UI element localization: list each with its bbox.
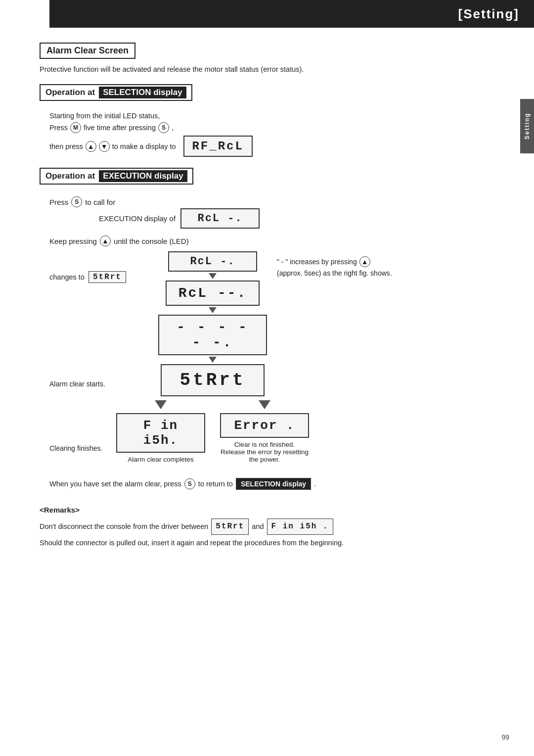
execution-heading: Operation at EXECUTION display — [40, 168, 193, 185]
s-return-btn: S — [184, 478, 195, 489]
up-button-keep: ▲ — [100, 236, 111, 246]
selection-line1: Starting from the initial LED status, — [49, 112, 494, 120]
selection-heading: Operation at SELECTION display — [40, 84, 192, 101]
execution-display-row: EXECUTION display of RcL -. — [49, 208, 494, 229]
remarks-lcd2: F in i5h . — [267, 519, 333, 535]
lcd-acl2: RcL -. — [168, 251, 257, 272]
clear-not-finished-label: Clear is not finished. Release the error… — [221, 441, 309, 463]
s-button-exec: S — [71, 196, 82, 207]
keep-pressing-row: Keep pressing ▲ until the console (LED) — [49, 236, 494, 246]
flow-right-notes: " - " increases by pressing ▲ (approx. 5… — [277, 251, 392, 277]
selection-line2: Press M five time after pressing S , — [49, 122, 494, 133]
changes-to-row: changes to 5tRrt — [49, 271, 158, 283]
side-tab: Setting — [520, 99, 534, 153]
remarks-section: <Remarks> Don't disconnect the console f… — [40, 504, 494, 549]
remarks-title: <Remarks> — [40, 504, 494, 517]
up-btn-increases: ▲ — [359, 256, 370, 267]
selection-section: Operation at SELECTION display Starting … — [40, 84, 494, 157]
flow-diagram: changes to 5tRrt Alarm clear starts. Cle… — [49, 251, 494, 463]
remarks-lcd1: 5tRrt — [211, 519, 249, 535]
selection-line3: then press ▲ ▼ to make a display to RF_R… — [49, 136, 494, 157]
lcd-acl1: RcL -. — [180, 208, 260, 229]
press-s-row: Press S to call for — [49, 196, 494, 207]
alarm-description: Protective function will be activated an… — [40, 64, 494, 75]
alarm-heading: Alarm Clear Screen — [40, 43, 135, 59]
execution-keyword: EXECUTION display — [99, 170, 187, 182]
remarks-line2: Should the connector is pulled out, inse… — [40, 537, 494, 549]
s-button: S — [158, 122, 169, 133]
header-title: [Setting] — [458, 6, 519, 22]
alarm-completes-label: Alarm clear completes — [128, 456, 194, 463]
main-content: Alarm Clear Screen Protective function w… — [30, 28, 514, 569]
lcd-af-acl: RF_RcL — [183, 136, 253, 157]
down-button: ▼ — [99, 141, 110, 152]
return-display-kw: SELECTION display — [236, 478, 311, 490]
lcd-error: Error . — [220, 413, 309, 438]
lcd-start-small: 5tRrt — [89, 271, 126, 283]
lcd-acl3: RcL --. — [166, 281, 260, 306]
remarks-line1: Don't disconnect the console from the dr… — [40, 519, 494, 535]
return-row: When you have set the alarm clear, press… — [49, 478, 494, 490]
up-button: ▲ — [86, 141, 96, 152]
selection-keyword: SELECTION display — [99, 87, 186, 98]
execution-section: Operation at EXECUTION display Press S t… — [40, 168, 494, 490]
flow-center: RcL -. RcL --. - - - - - -. 5tRrt F in i… — [158, 251, 267, 463]
lcd-start-large: 5tRrt — [161, 364, 265, 396]
m-button: M — [70, 122, 81, 133]
header-bar: [Setting] — [49, 0, 534, 28]
lcd-finish: F in i5h. — [116, 413, 205, 453]
approx-text: (approx. 5sec) as the right fig. shows. — [277, 269, 392, 277]
lcd-dashes: - - - - - -. — [158, 315, 267, 355]
alarm-starts-label: Alarm clear starts. — [49, 380, 158, 388]
page-number: 99 — [501, 733, 509, 741]
